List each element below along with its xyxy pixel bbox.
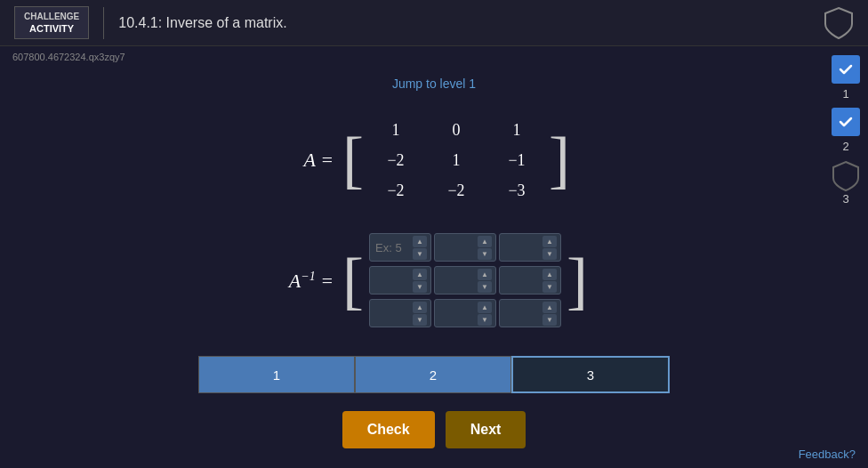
matrix-ainv-row: A−1 = [ ▲ ▼ — [280, 228, 588, 335]
spinner-12: ▲ ▼ — [542, 269, 557, 293]
input-field-11[interactable] — [440, 274, 478, 287]
page-title: 10.4.1: Inverse of a matrix. — [118, 15, 824, 31]
spinner-down-00[interactable]: ▼ — [413, 248, 427, 260]
spinner-down-02[interactable]: ▼ — [542, 248, 557, 260]
spinner-up-22[interactable]: ▲ — [542, 302, 557, 313]
matrix-a-label: A = — [280, 149, 334, 172]
input-field-01[interactable] — [440, 241, 478, 254]
bracket-right-ainv: ] — [567, 254, 588, 308]
side-panel: 1 2 3 — [824, 46, 868, 206]
matrix-a-label-text: A — [304, 149, 316, 171]
input-field-21[interactable] — [440, 307, 478, 320]
input-cell-11: ▲ ▼ — [434, 266, 496, 295]
spinner-up-00[interactable]: ▲ — [413, 236, 427, 247]
spinner-down-10[interactable]: ▼ — [413, 281, 427, 293]
badge-line2: ACTIVITY — [24, 22, 79, 35]
tab-3[interactable]: 3 — [511, 356, 670, 393]
header: CHALLENGE ACTIVITY 10.4.1: Inverse of a … — [0, 0, 868, 46]
input-cell-21: ▲ ▼ — [434, 299, 496, 327]
tab-1-label: 1 — [273, 367, 280, 383]
spinner-01: ▲ ▼ — [478, 236, 492, 260]
spinner-00: ▲ ▼ — [413, 236, 427, 260]
bracket-left-ainv: [ — [342, 254, 364, 308]
spinner-down-11[interactable]: ▼ — [478, 281, 492, 293]
input-cell-02: ▲ ▼ — [499, 233, 561, 262]
feedback-link[interactable]: Feedback? — [799, 448, 856, 461]
badge-line1: CHALLENGE — [24, 11, 79, 22]
checkmark-icon-1 — [838, 61, 854, 77]
level-2-check — [832, 108, 860, 136]
input-field-00[interactable] — [375, 241, 413, 254]
input-field-10[interactable] — [375, 274, 413, 287]
matrices-container: A = [ 1 0 1 −2 1 −1 −2 −2 −3 ] — [280, 109, 588, 335]
matrix-ainv-equals: = — [320, 270, 334, 292]
level-3-container: 3 — [832, 160, 860, 206]
input-cell-00: ▲ ▼ — [369, 233, 431, 262]
bracket-right-a: ] — [549, 133, 570, 187]
input-cell-12: ▲ ▼ — [499, 266, 561, 295]
matrix-ainv-label: A−1 = — [280, 270, 334, 293]
spinner-11: ▲ ▼ — [478, 269, 492, 293]
cell-a-12: −1 — [490, 151, 543, 170]
cell-a-01: 0 — [430, 121, 483, 140]
input-cell-01: ▲ ▼ — [434, 233, 496, 262]
level-3-num: 3 — [842, 192, 848, 206]
main-content: Jump to level 1 A = [ 1 0 1 −2 1 −1 −2 −… — [0, 68, 868, 457]
input-cell-22: ▲ ▼ — [499, 299, 561, 327]
progress-tabs: 1 2 3 — [198, 356, 670, 393]
matrix-a-equals: = — [320, 149, 334, 171]
matrix-ainv-inputs: ▲ ▼ ▲ ▼ ▲ — [366, 228, 565, 335]
spinner-down-22[interactable]: ▼ — [542, 314, 557, 326]
level-1-check — [832, 55, 860, 84]
spinner-up-20[interactable]: ▲ — [413, 302, 427, 313]
jump-to-level-link[interactable]: Jump to level 1 — [392, 77, 476, 91]
check-button[interactable]: Check — [342, 411, 435, 448]
spinner-up-02[interactable]: ▲ — [542, 236, 557, 247]
shield-icon-3 — [832, 160, 860, 192]
spinner-down-21[interactable]: ▼ — [478, 314, 492, 326]
spinner-21: ▲ ▼ — [478, 302, 492, 326]
spinner-down-20[interactable]: ▼ — [413, 314, 427, 326]
matrix-a-cells: 1 0 1 −2 1 −1 −2 −2 −3 — [366, 109, 547, 212]
cell-a-20: −2 — [369, 182, 422, 200]
spinner-down-12[interactable]: ▼ — [542, 281, 557, 293]
input-field-12[interactable] — [505, 274, 542, 287]
tab-3-label: 3 — [587, 367, 594, 383]
spinner-10: ▲ ▼ — [413, 269, 427, 293]
level-1-num: 1 — [842, 87, 848, 101]
spinner-up-10[interactable]: ▲ — [413, 269, 427, 280]
cell-a-11: 1 — [430, 151, 483, 170]
cell-a-02: 1 — [490, 121, 543, 140]
tab-2-label: 2 — [430, 367, 437, 383]
spinner-down-01[interactable]: ▼ — [478, 248, 492, 260]
matrix-ainv-sup: −1 — [301, 270, 315, 283]
input-cell-10: ▲ ▼ — [369, 266, 431, 295]
matrix-ainv-label-text: A — [289, 270, 301, 292]
tab-1[interactable]: 1 — [198, 356, 355, 393]
cell-a-10: −2 — [369, 151, 422, 170]
next-button[interactable]: Next — [446, 411, 526, 448]
spinner-02: ▲ ▼ — [542, 236, 557, 260]
level-2-num: 2 — [842, 140, 848, 153]
matrix-a-bracket: [ 1 0 1 −2 1 −1 −2 −2 −3 ] — [342, 109, 570, 212]
spinner-up-01[interactable]: ▲ — [478, 236, 492, 247]
divider — [103, 7, 104, 39]
challenge-badge: CHALLENGE ACTIVITY — [14, 6, 89, 39]
shield-icon — [824, 6, 854, 40]
input-cell-20: ▲ ▼ — [369, 299, 431, 327]
spinner-up-11[interactable]: ▲ — [478, 269, 492, 280]
matrix-ainv-bracket: [ ▲ ▼ ▲ ▼ — [342, 228, 588, 335]
bracket-left-a: [ — [342, 133, 364, 187]
matrix-a-row: A = [ 1 0 1 −2 1 −1 −2 −2 −3 ] — [280, 109, 570, 212]
buttons-row: Check Next — [342, 411, 526, 448]
input-field-22[interactable] — [505, 307, 542, 320]
spinner-up-21[interactable]: ▲ — [478, 302, 492, 313]
input-field-20[interactable] — [375, 307, 413, 320]
spinner-up-12[interactable]: ▲ — [542, 269, 557, 280]
spinner-20: ▲ ▼ — [413, 302, 427, 326]
session-id: 607800.4672324.qx3zqy7 — [0, 46, 868, 68]
input-field-02[interactable] — [505, 241, 542, 254]
cell-a-21: −2 — [430, 182, 483, 200]
tab-2[interactable]: 2 — [355, 356, 511, 393]
cell-a-22: −3 — [490, 182, 543, 200]
